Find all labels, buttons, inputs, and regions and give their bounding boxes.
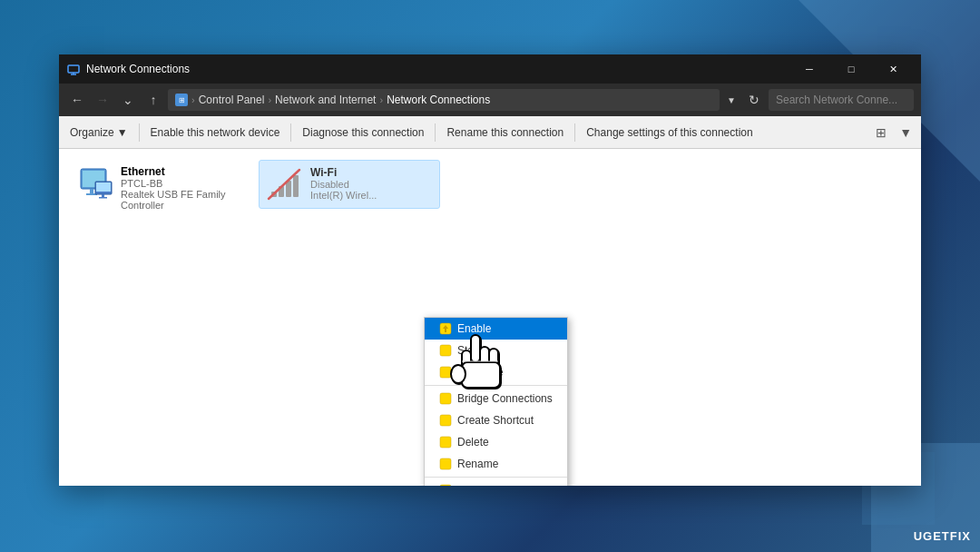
rename-icon bbox=[439, 458, 452, 470]
wifi-adapter: Intel(R) Wirel... bbox=[310, 190, 432, 201]
up-button[interactable]: ↑ bbox=[142, 89, 164, 111]
minimize-button[interactable]: ─ bbox=[789, 54, 830, 84]
path-network-connections[interactable]: Network Connections bbox=[387, 94, 490, 106]
context-bridge-label: Bridge Connections bbox=[457, 392, 553, 405]
ethernet-name: Ethernet bbox=[121, 165, 244, 178]
wifi-icon bbox=[267, 166, 303, 202]
window-controls: ─ □ ✕ bbox=[789, 54, 914, 84]
svg-rect-22 bbox=[440, 437, 451, 448]
toolbar-separator-3 bbox=[435, 123, 436, 142]
context-status-label: Status bbox=[457, 344, 488, 357]
ethernet-status: PTCL-BB bbox=[121, 178, 244, 189]
bridge-icon bbox=[439, 392, 452, 405]
dropdown-button[interactable]: ⌄ bbox=[117, 89, 139, 111]
svg-rect-23 bbox=[440, 458, 451, 469]
context-rename[interactable]: Rename bbox=[425, 453, 567, 475]
path-control-panel[interactable]: Control Panel bbox=[199, 94, 265, 106]
context-enable-label: Enable bbox=[457, 322, 491, 335]
svg-rect-19 bbox=[440, 367, 451, 378]
context-bridge[interactable]: Bridge Connections bbox=[425, 388, 567, 409]
status-icon bbox=[439, 344, 452, 357]
address-path[interactable]: ⊞ › Control Panel › Network and Internet… bbox=[168, 89, 720, 111]
context-separator-2 bbox=[425, 477, 567, 478]
content-area: Ethernet PTCL-BB Realtek USB FE Family C… bbox=[59, 149, 921, 486]
wifi-name: Wi-Fi bbox=[310, 166, 432, 179]
window-title: Network Connections bbox=[86, 63, 789, 75]
toolbar-separator-4 bbox=[574, 123, 575, 142]
delete-icon bbox=[439, 436, 452, 448]
toolbar-separator-2 bbox=[290, 123, 291, 142]
context-shortcut[interactable]: Create Shortcut bbox=[425, 409, 567, 431]
diagnose-button[interactable]: Diagnose this connection bbox=[295, 123, 431, 143]
svg-rect-24 bbox=[440, 485, 451, 486]
context-status[interactable]: Status bbox=[425, 340, 567, 361]
context-delete[interactable]: Delete bbox=[425, 431, 567, 453]
context-diagnose-label: Diagnose bbox=[457, 366, 504, 379]
svg-rect-5 bbox=[90, 189, 93, 193]
svg-rect-20 bbox=[440, 393, 451, 404]
svg-rect-0 bbox=[68, 65, 79, 73]
network-connections-window: Network Connections ─ □ ✕ ← → ⌄ ↑ ⊞ › Co… bbox=[59, 54, 921, 486]
enable-device-button[interactable]: Enable this network device bbox=[143, 123, 288, 143]
ethernet-info: Ethernet PTCL-BB Realtek USB FE Family C… bbox=[121, 165, 244, 211]
context-diagnose[interactable]: Diagnose bbox=[425, 361, 567, 383]
toolbar: Organize ▼ Enable this network device Di… bbox=[59, 116, 921, 149]
window-icon bbox=[66, 62, 81, 76]
ethernet-item[interactable]: Ethernet PTCL-BB Realtek USB FE Family C… bbox=[70, 160, 251, 216]
context-menu: Enable Status Diagnose bbox=[424, 317, 568, 486]
back-button[interactable]: ← bbox=[66, 89, 88, 111]
search-input[interactable] bbox=[769, 89, 914, 111]
enable-icon bbox=[439, 322, 452, 335]
svg-rect-21 bbox=[440, 415, 451, 426]
wifi-status: Disabled bbox=[310, 179, 432, 190]
path-dropdown-button[interactable]: ▼ bbox=[723, 95, 740, 105]
ethernet-icon bbox=[77, 165, 113, 202]
context-properties-label: Properties bbox=[457, 484, 507, 486]
view-toggle-button[interactable]: ⊞ bbox=[870, 122, 892, 143]
context-rename-label: Rename bbox=[457, 458, 498, 470]
svg-rect-10 bbox=[99, 197, 107, 199]
context-properties[interactable]: Properties bbox=[425, 479, 567, 486]
address-bar: ← → ⌄ ↑ ⊞ › Control Panel › Network and … bbox=[59, 84, 921, 116]
shortcut-icon bbox=[439, 414, 452, 427]
view-dropdown-button[interactable]: ▼ bbox=[894, 122, 917, 143]
change-settings-button[interactable]: Change settings of this connection bbox=[579, 123, 760, 143]
toolbar-separator-1 bbox=[139, 123, 140, 142]
svg-rect-9 bbox=[102, 194, 104, 197]
svg-rect-18 bbox=[440, 345, 451, 356]
title-bar: Network Connections ─ □ ✕ bbox=[59, 54, 921, 84]
diagnose-icon bbox=[439, 366, 452, 379]
ethernet-adapter: Realtek USB FE Family Controller bbox=[121, 189, 244, 211]
properties-icon bbox=[439, 484, 452, 486]
forward-button[interactable]: → bbox=[92, 89, 113, 111]
path-network-internet[interactable]: Network and Internet bbox=[275, 94, 376, 106]
rename-button[interactable]: Rename this connection bbox=[439, 123, 571, 143]
context-shortcut-label: Create Shortcut bbox=[457, 414, 534, 427]
svg-rect-8 bbox=[96, 182, 111, 192]
restore-button[interactable]: □ bbox=[830, 54, 872, 84]
toolbar-right: ⊞ ▼ bbox=[870, 122, 917, 143]
wifi-item[interactable]: Wi-Fi Disabled Intel(R) Wirel... bbox=[259, 160, 440, 209]
refresh-button[interactable]: ↻ bbox=[743, 89, 765, 111]
svg-rect-14 bbox=[293, 175, 299, 197]
wifi-info: Wi-Fi Disabled Intel(R) Wirel... bbox=[310, 166, 432, 201]
organize-button[interactable]: Organize ▼ bbox=[63, 123, 135, 143]
watermark: UGETFIX bbox=[914, 529, 971, 543]
close-button[interactable]: ✕ bbox=[872, 54, 914, 84]
context-delete-label: Delete bbox=[457, 436, 489, 448]
context-separator-1 bbox=[425, 385, 567, 386]
context-enable[interactable]: Enable bbox=[425, 318, 567, 340]
control-panel-icon: ⊞ bbox=[175, 94, 188, 106]
